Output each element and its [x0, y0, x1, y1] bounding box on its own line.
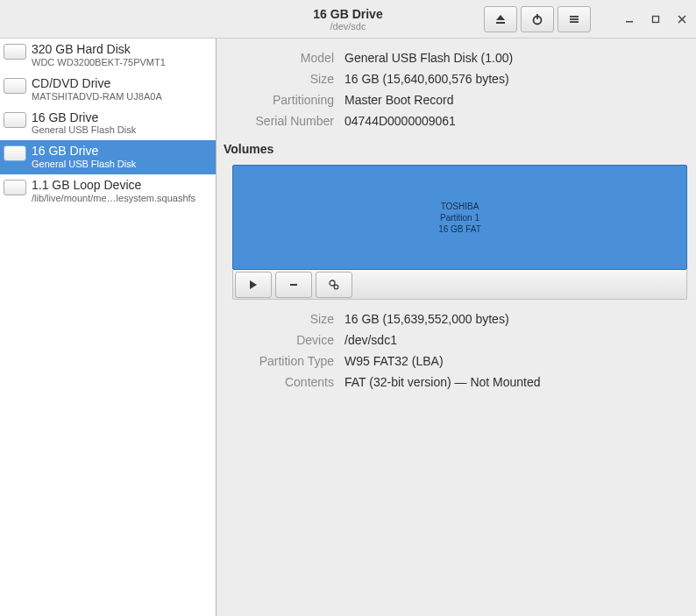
svg-rect-6	[626, 21, 633, 23]
drive-info-grid: Model General USB Flash Disk (1.00) Size…	[217, 47, 696, 137]
minimize-button[interactable]	[622, 12, 636, 26]
loop-icon	[4, 180, 26, 195]
sidebar-item-drive[interactable]: 1.1 GB Loop Device /lib/live/mount/me…le…	[0, 174, 216, 209]
volume-partition[interactable]: TOSHIBA Partition 1 16 GB FAT	[232, 165, 687, 270]
label-size: Size	[220, 72, 334, 86]
body: 320 GB Hard Disk WDC WD3200BEKT-75PVMT1 …	[0, 39, 696, 616]
value-model: General USB Flash Disk (1.00)	[344, 51, 684, 65]
eject-icon	[494, 13, 507, 25]
drive-subtitle: /lib/live/mount/me…lesystem.squashfs	[32, 193, 210, 203]
sidebar-item-drive[interactable]: 16 GB Drive General USB Flash Disk	[0, 107, 216, 141]
window-controls	[622, 12, 689, 26]
drive-subtitle: General USB Flash Disk	[32, 124, 210, 135]
maximize-button[interactable]	[649, 12, 663, 26]
svg-point-10	[334, 285, 338, 289]
title-block: 16 GB Drive /dev/sdc	[313, 7, 382, 32]
volume-name: TOSHIBA	[441, 201, 479, 212]
svg-rect-4	[570, 18, 579, 20]
drive-title: 320 GB Hard Disk	[32, 42, 210, 57]
drive-title: 1.1 GB Loop Device	[32, 178, 210, 193]
drive-subtitle: General USB Flash Disk	[32, 159, 210, 169]
close-button[interactable]	[675, 12, 689, 26]
label-ptype: Partition Type	[220, 354, 334, 368]
gears-icon	[328, 279, 340, 291]
minimize-icon	[625, 15, 634, 24]
partition-info-grid: Size 16 GB (15,639,552,000 bytes) Device…	[217, 300, 696, 398]
menu-button[interactable]	[558, 6, 591, 32]
value-serial: 04744D0000009061	[344, 114, 684, 128]
svg-point-9	[330, 280, 335, 286]
drive-title: CD/DVD Drive	[32, 76, 210, 91]
svg-rect-0	[496, 22, 505, 24]
close-icon	[678, 15, 686, 24]
hdd-icon	[4, 44, 26, 60]
play-icon	[248, 280, 259, 290]
label-serial: Serial Number	[220, 114, 334, 128]
drive-title: 16 GB Drive	[32, 110, 210, 125]
drive-title: 16 GB Drive	[32, 144, 210, 159]
value-partitioning: Master Boot Record	[344, 93, 684, 107]
window-subtitle: /dev/sdc	[313, 21, 382, 32]
label-partitioning: Partitioning	[220, 93, 334, 107]
svg-rect-3	[570, 16, 579, 18]
titlebar: 16 GB Drive /dev/sdc	[0, 0, 696, 39]
label-pdevice: Device	[220, 333, 334, 347]
volume-line2: Partition 1	[440, 212, 479, 223]
sidebar: 320 GB Hard Disk WDC WD3200BEKT-75PVMT1 …	[0, 39, 217, 616]
usb-icon	[4, 112, 26, 128]
value-ptype: W95 FAT32 (LBA)	[344, 354, 684, 368]
volume-toolbar	[232, 270, 687, 300]
eject-button[interactable]	[484, 6, 517, 32]
delete-button[interactable]	[275, 272, 312, 298]
drive-subtitle: WDC WD3200BEKT-75PVMT1	[32, 57, 210, 67]
window-title: 16 GB Drive	[313, 7, 382, 21]
power-icon	[531, 13, 543, 25]
svg-rect-5	[570, 21, 579, 23]
svg-rect-7	[653, 16, 659, 22]
power-button[interactable]	[521, 6, 554, 32]
volume-line3: 16 GB FAT	[438, 223, 481, 235]
settings-button[interactable]	[316, 272, 352, 298]
maximize-icon	[651, 15, 660, 24]
mount-button[interactable]	[235, 272, 272, 298]
minus-icon	[288, 280, 299, 290]
usb-icon	[4, 145, 26, 161]
label-psize: Size	[220, 312, 334, 326]
value-pdevice: /dev/sdc1	[344, 333, 684, 347]
sidebar-item-drive[interactable]: 320 GB Hard Disk WDC WD3200BEKT-75PVMT1	[0, 39, 216, 73]
label-pcontents: Contents	[220, 375, 334, 389]
toolbar-buttons	[484, 6, 591, 32]
optical-icon	[4, 78, 26, 94]
main-panel: Model General USB Flash Disk (1.00) Size…	[217, 39, 696, 616]
value-psize: 16 GB (15,639,552,000 bytes)	[344, 312, 684, 326]
sidebar-item-drive[interactable]: CD/DVD Drive MATSHITADVD-RAM UJ8A0A	[0, 73, 216, 107]
label-model: Model	[220, 51, 334, 65]
svg-rect-8	[290, 284, 297, 286]
volumes-heading: Volumes	[217, 137, 696, 161]
hamburger-icon	[568, 13, 580, 25]
value-size: 16 GB (15,640,600,576 bytes)	[344, 72, 684, 86]
drive-subtitle: MATSHITADVD-RAM UJ8A0A	[32, 91, 210, 102]
sidebar-item-drive-selected[interactable]: 16 GB Drive General USB Flash Disk	[0, 140, 216, 174]
value-pcontents: FAT (32-bit version) — Not Mounted	[344, 375, 684, 389]
